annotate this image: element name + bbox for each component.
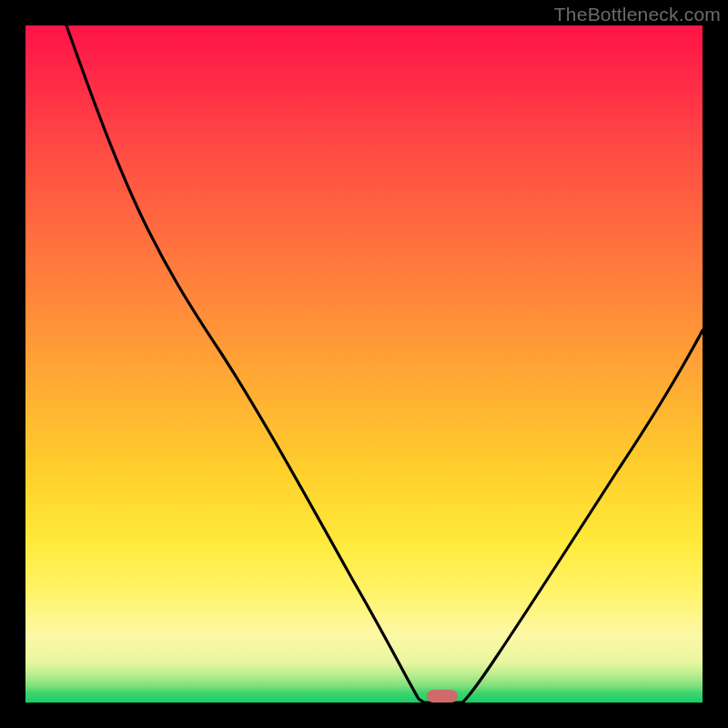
bottleneck-curve — [25, 25, 703, 703]
curve-path — [66, 25, 703, 703]
chart-frame: TheBottleneck.com — [0, 0, 728, 728]
plot-area — [25, 25, 703, 703]
watermark-text: TheBottleneck.com — [554, 4, 721, 25]
optimum-marker — [427, 690, 458, 703]
